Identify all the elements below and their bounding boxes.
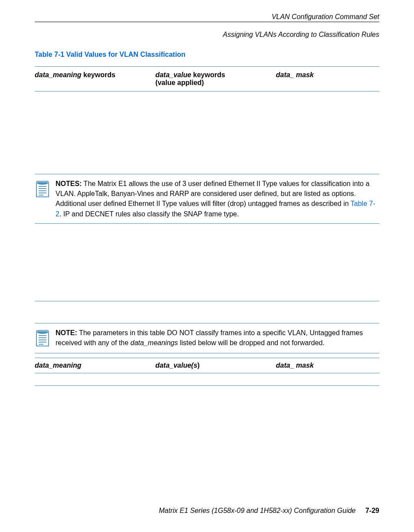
th2-data-meaning: data_meaning — [35, 362, 155, 369]
note-1-label: NOTES: — [56, 180, 82, 187]
table-2-header-row: data_meaning data_value(s) data_ mask — [35, 358, 379, 373]
notes-box-1: NOTES: The Matrix E1 allows the use of 3… — [35, 174, 379, 224]
th-data-meaning-keywords: data_meaning keywords — [35, 71, 155, 87]
spacer — [35, 96, 379, 174]
note-2-label: NOTE: — [56, 329, 77, 336]
note-2-text: NOTE: The parameters in this table DO NO… — [56, 328, 379, 348]
spacer — [35, 232, 379, 297]
th-col2-plain: keywords — [191, 71, 225, 78]
footer-page-number: 7-29 — [365, 507, 379, 514]
footer-text: Matrix E1 Series (1G58x-09 and 1H582-xx)… — [159, 507, 356, 514]
th2-data-values: data_value(s) — [155, 362, 276, 369]
table-7-1-caption: Table 7-1 Valid Values for VLAN Classifi… — [35, 51, 379, 59]
th2-data-mask: data_ mask — [276, 362, 379, 369]
th2-col2-italic: data_value(s — [155, 362, 197, 369]
header-title-line2: Assigning VLANs According to Classificat… — [35, 31, 379, 39]
th-col2-line2: (value applied) — [155, 79, 276, 87]
note-icon — [35, 180, 50, 199]
note-icon — [35, 330, 50, 349]
spacer — [35, 301, 379, 323]
th-col2-italic: data_value — [155, 71, 191, 78]
note-2-italic-term: data_meanings — [131, 339, 178, 346]
header-title-line1: VLAN Configuration Command Set — [35, 13, 379, 21]
th2-col3-italic: data_ mask — [276, 362, 314, 369]
header-divider — [35, 22, 379, 22]
note-1-part1: The Matrix E1 allows the use of 3 user d… — [56, 180, 369, 207]
note-2-part2: listed below will be dropped and not for… — [178, 339, 325, 346]
th-plain-part: keywords — [82, 71, 115, 78]
th-col3-italic: data_ mask — [276, 71, 314, 78]
th-data-mask: data_ mask — [276, 71, 379, 87]
table-7-1-header: data_meaning keywords data_value keyword… — [35, 66, 379, 91]
blue-divider — [35, 385, 379, 386]
th2-col1-italic: data_meaning — [35, 362, 82, 369]
note-1-part2: . IP and DECNET rules also classify the … — [59, 210, 239, 218]
th2-col2-suffix: ) — [197, 362, 200, 369]
th-italic-part: data_meaning — [35, 71, 82, 78]
page-footer: Matrix E1 Series (1G58x-09 and 1H582-xx)… — [35, 507, 379, 515]
th-data-value-keywords: data_value keywords (value applied) — [155, 71, 276, 87]
note-1-text: NOTES: The Matrix E1 allows the use of 3… — [56, 179, 379, 219]
running-header: VLAN Configuration Command Set Assigning… — [35, 13, 379, 39]
th-col2-line1: data_value keywords — [155, 71, 276, 79]
table-7-1-header-row: data_meaning keywords data_value keyword… — [35, 66, 379, 91]
notes-box-2: NOTE: The parameters in this table DO NO… — [35, 323, 379, 353]
table-2-header: data_meaning data_value(s) data_ mask — [35, 358, 379, 386]
